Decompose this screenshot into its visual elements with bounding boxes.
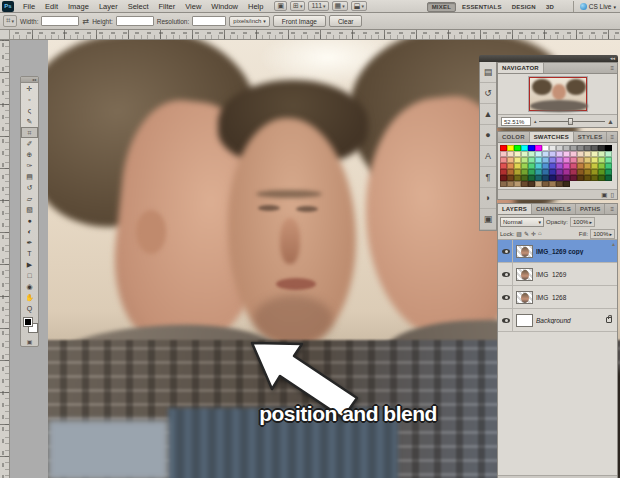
menu-filter[interactable]: Filter [154,0,181,13]
navigator-zoom-input[interactable]: 52.51% [501,117,531,126]
color-swatch[interactable] [521,181,528,187]
menu-image[interactable]: Image [63,0,94,13]
layer-row[interactable]: Background [498,309,617,332]
new-swatch-icon[interactable]: ▣ [601,191,607,199]
layer-thumbnail[interactable] [516,291,533,304]
clone-stamp-tool[interactable]: ▤ [21,171,38,182]
view-extras-icon[interactable]: ⊞▾ [290,1,305,11]
zoom-in-mountain-icon[interactable]: ▲ [607,118,614,125]
resolution-unit-select[interactable]: pixels/inch ▾ [229,16,270,27]
menu-file[interactable]: File [18,0,40,13]
masks-panel-icon[interactable]: ◗ [480,188,496,209]
tool-preset-picker[interactable]: ⌗ ▾ [3,15,17,27]
paragraph-panel-icon[interactable]: ¶ [480,167,496,188]
shape-tool[interactable]: □ [21,270,38,281]
swap-dimensions-icon[interactable]: ⇄ [82,17,89,26]
front-image-button[interactable]: Front Image [273,15,326,27]
color-swatch[interactable] [500,181,507,187]
width-input[interactable] [41,16,79,26]
layer-row[interactable]: IMG_1269 [498,263,617,286]
lock-position-icon[interactable]: ✛ [531,230,536,237]
layer-row[interactable]: IMG_1269 copy [498,240,617,263]
3d-panel-icon[interactable]: ● [480,125,496,146]
mini-bridge-panel-icon[interactable]: ▤ [480,62,496,83]
color-swatch[interactable] [542,181,549,187]
navigator-thumbnail[interactable] [529,77,587,111]
navigator-zoom-slider[interactable]: ▴ ▲ [534,118,614,125]
workspace-design[interactable]: DESIGN [508,3,540,11]
3d-rotate-tool[interactable]: ◉ [21,281,38,292]
menu-view[interactable]: View [180,0,206,13]
gradient-tool[interactable]: ▧ [21,204,38,215]
layer-thumbnail[interactable] [516,268,533,281]
marquee-tool[interactable]: ▫ [21,94,38,105]
visibility-toggle[interactable] [500,263,513,285]
zoom-slider-track[interactable] [539,121,606,122]
launch-bridge-icon[interactable]: ▣ [274,1,287,11]
layer-thumbnail[interactable] [516,314,533,327]
tab-swatches[interactable]: SWATCHES [530,132,574,142]
fill-value[interactable]: 100% ▸ [590,229,615,239]
color-swatch[interactable] [584,175,591,181]
type-tool[interactable]: T [21,248,38,259]
tab-channels[interactable]: CHANNELS [532,204,576,214]
menu-select[interactable]: Select [123,0,154,13]
resolution-input[interactable] [192,16,226,26]
horizontal-ruler[interactable] [0,30,620,40]
panel-menu-icon[interactable]: ≡ [610,132,617,142]
menu-window[interactable]: Window [206,0,243,13]
visibility-toggle[interactable] [500,286,513,308]
pen-tool[interactable]: ✒ [21,237,38,248]
history-panel-icon[interactable]: ↺ [480,83,496,104]
hand-tool[interactable]: ✋ [21,292,38,303]
color-swatch[interactable] [514,181,521,187]
workspace-3d[interactable]: 3D [542,3,558,11]
photoshop-logo-icon[interactable]: Ps [2,1,14,12]
visibility-toggle[interactable] [500,240,513,262]
menu-edit[interactable]: Edit [40,0,63,13]
adjustments-panel-icon[interactable]: ▲ [480,104,496,125]
color-swatch[interactable] [598,175,605,181]
screen-mode-icon[interactable]: ⬓▾ [351,1,367,11]
panel-menu-icon[interactable]: ≡ [610,63,617,73]
visibility-toggle[interactable] [500,309,513,331]
lock-pixels-icon[interactable]: ✎ [524,230,529,237]
menu-layer[interactable]: Layer [94,0,123,13]
history-brush-tool[interactable]: ↺ [21,182,38,193]
lasso-tool[interactable]: ς [21,105,38,116]
zoom-slider-handle[interactable] [568,118,573,125]
foreground-color-chip[interactable] [23,317,33,327]
brush-tool[interactable]: ✑ [21,160,38,171]
quick-mask-icon[interactable]: ▣ [21,336,38,346]
path-selection-tool[interactable]: ▶ [21,259,38,270]
color-swatch[interactable] [605,175,612,181]
dodge-tool[interactable]: ◐ [21,226,38,237]
tab-styles[interactable]: STYLES [574,132,608,142]
scrollbar-up-icon[interactable]: ▲ [611,241,616,247]
zoom-out-mountain-icon[interactable]: ▴ [534,118,537,124]
blur-tool[interactable]: ● [21,215,38,226]
tab-navigator[interactable]: NAVIGATOR [498,63,544,73]
arrange-documents-icon[interactable]: ▦▾ [332,1,348,11]
color-swatch[interactable] [563,181,570,187]
layer-thumbnail[interactable] [516,245,533,258]
color-swatch[interactable] [570,175,577,181]
color-swatch[interactable] [528,181,535,187]
lock-all-icon[interactable]: ⌂ [538,230,542,237]
color-swatch[interactable] [507,181,514,187]
zoom-level-display[interactable]: 111▾ [308,1,328,11]
tab-layers[interactable]: LAYERS [498,204,532,214]
tab-color[interactable]: COLOR [498,132,530,142]
eraser-tool[interactable]: ▱ [21,193,38,204]
opacity-value[interactable]: 100% ▸ [570,217,595,227]
color-swatch[interactable] [535,181,542,187]
quick-selection-tool[interactable]: ✎ [21,116,38,127]
layer-row[interactable]: IMG_1268 [498,286,617,309]
panel-menu-icon[interactable]: ≡ [610,204,617,214]
workspace-essentials[interactable]: ESSENTIALS [458,3,506,11]
menu-help[interactable]: Help [243,0,268,13]
clone-source-panel-icon[interactable]: ▣ [480,209,496,230]
workspace-mixel[interactable]: MIXEL [427,2,456,12]
healing-brush-tool[interactable]: ⊕ [21,149,38,160]
cs-live-button[interactable]: CS Live ▾ [573,1,616,12]
